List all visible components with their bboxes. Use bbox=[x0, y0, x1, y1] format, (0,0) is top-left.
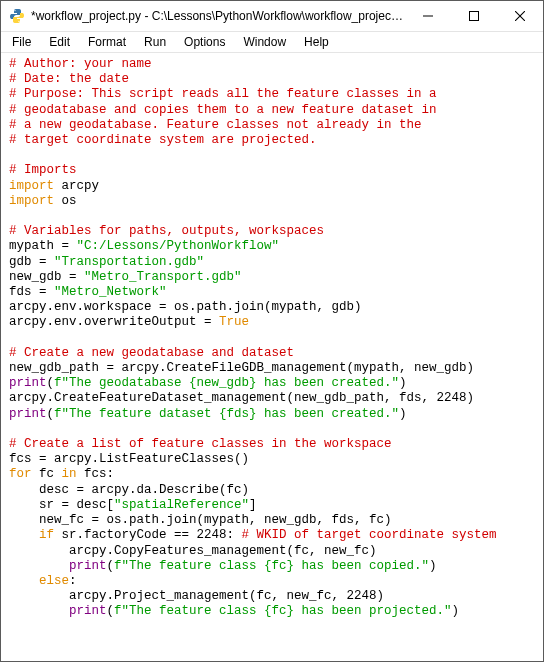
menu-options[interactable]: Options bbox=[175, 34, 234, 50]
code-token: for bbox=[9, 467, 32, 481]
code-line: arcpy.CopyFeatures_management(fc, new_fc… bbox=[9, 544, 377, 558]
code-token: ) bbox=[399, 376, 407, 390]
code-token: mypath = bbox=[9, 239, 77, 253]
code-token: f"The feature dataset {fds} has been cre… bbox=[54, 407, 399, 421]
code-token: f"The feature class {fc} has been projec… bbox=[114, 604, 452, 618]
menu-format[interactable]: Format bbox=[79, 34, 135, 50]
svg-rect-3 bbox=[470, 12, 479, 21]
code-token: import bbox=[9, 194, 54, 208]
titlebar: *workflow_project.py - C:\Lessons\Python… bbox=[1, 1, 543, 32]
window-title: *workflow_project.py - C:\Lessons\Python… bbox=[31, 9, 405, 23]
code-token: ) bbox=[452, 604, 460, 618]
code-line: # geodatabase and copies them to a new f… bbox=[9, 103, 437, 117]
code-line: arcpy.Project_management(fc, new_fc, 224… bbox=[9, 589, 384, 603]
code-token bbox=[9, 574, 39, 588]
code-line: # target coordinate system are projected… bbox=[9, 133, 317, 147]
code-token: print bbox=[69, 559, 107, 573]
code-token: sr = desc[ bbox=[9, 498, 114, 512]
code-editor[interactable]: # Author: your name # Date: the date # P… bbox=[1, 53, 543, 661]
code-line: # Author: your name bbox=[9, 57, 152, 71]
menu-edit[interactable]: Edit bbox=[40, 34, 79, 50]
code-token: if bbox=[39, 528, 54, 542]
minimize-button[interactable] bbox=[405, 1, 451, 31]
code-token: ) bbox=[429, 559, 437, 573]
code-token: ( bbox=[107, 604, 115, 618]
code-token: # WKID of target coordinate system bbox=[242, 528, 497, 542]
svg-point-0 bbox=[14, 10, 15, 11]
code-token: new_gdb = bbox=[9, 270, 84, 284]
code-token: "Transportation.gdb" bbox=[54, 255, 204, 269]
close-button[interactable] bbox=[497, 1, 543, 31]
code-token: "Metro_Transport.gdb" bbox=[84, 270, 242, 284]
menu-help[interactable]: Help bbox=[295, 34, 338, 50]
code-token: ( bbox=[47, 407, 55, 421]
code-token: True bbox=[219, 315, 249, 329]
code-token: arcpy bbox=[54, 179, 99, 193]
code-line: arcpy.env.workspace = os.path.join(mypat… bbox=[9, 300, 362, 314]
code-token: else bbox=[39, 574, 69, 588]
code-token: ] bbox=[249, 498, 257, 512]
code-token: fc bbox=[32, 467, 62, 481]
code-line: new_fc = os.path.join(mypath, new_gdb, f… bbox=[9, 513, 392, 527]
code-token: ( bbox=[107, 559, 115, 573]
code-line: # Create a list of feature classes in th… bbox=[9, 437, 392, 451]
code-token: "Metro_Network" bbox=[54, 285, 167, 299]
code-line: # Purpose: This script reads all the fea… bbox=[9, 87, 437, 101]
idle-window: *workflow_project.py - C:\Lessons\Python… bbox=[0, 0, 544, 662]
code-token bbox=[9, 528, 39, 542]
code-token: print bbox=[9, 407, 47, 421]
code-line: fcs = arcpy.ListFeatureClasses() bbox=[9, 452, 249, 466]
window-controls bbox=[405, 1, 543, 31]
code-token: os bbox=[54, 194, 77, 208]
code-token: in bbox=[62, 467, 77, 481]
code-token: print bbox=[69, 604, 107, 618]
code-token: gdb = bbox=[9, 255, 54, 269]
code-line: desc = arcpy.da.Describe(fc) bbox=[9, 483, 249, 497]
code-line: # Create a new geodatabase and dataset bbox=[9, 346, 294, 360]
code-token: ( bbox=[47, 376, 55, 390]
code-token: fcs: bbox=[77, 467, 115, 481]
python-file-icon bbox=[9, 8, 25, 24]
code-token: ) bbox=[399, 407, 407, 421]
code-line: # Imports bbox=[9, 163, 77, 177]
code-token bbox=[9, 559, 69, 573]
code-token: : bbox=[69, 574, 77, 588]
code-token: f"The geodatabase {new_gdb} has been cre… bbox=[54, 376, 399, 390]
code-token: fds = bbox=[9, 285, 54, 299]
code-token: "C:/Lessons/PythonWorkflow" bbox=[77, 239, 280, 253]
code-token: sr.factoryCode == 2248: bbox=[54, 528, 242, 542]
code-line: # Variables for paths, outputs, workspac… bbox=[9, 224, 324, 238]
svg-rect-2 bbox=[423, 16, 433, 17]
code-line: # a new geodatabase. Feature classes not… bbox=[9, 118, 422, 132]
menu-run[interactable]: Run bbox=[135, 34, 175, 50]
code-token: import bbox=[9, 179, 54, 193]
menu-file[interactable]: File bbox=[3, 34, 40, 50]
code-line: # Date: the date bbox=[9, 72, 129, 86]
svg-point-1 bbox=[18, 21, 19, 22]
code-token: print bbox=[9, 376, 47, 390]
code-token bbox=[9, 604, 69, 618]
code-token: f"The feature class {fc} has been copied… bbox=[114, 559, 429, 573]
menubar: File Edit Format Run Options Window Help bbox=[1, 32, 543, 52]
maximize-button[interactable] bbox=[451, 1, 497, 31]
code-line: new_gdb_path = arcpy.CreateFileGDB_manag… bbox=[9, 361, 474, 375]
code-token: arcpy.env.overwriteOutput = bbox=[9, 315, 219, 329]
code-line: arcpy.CreateFeatureDataset_management(ne… bbox=[9, 391, 474, 405]
menu-window[interactable]: Window bbox=[234, 34, 295, 50]
code-token: "spatialReference" bbox=[114, 498, 249, 512]
